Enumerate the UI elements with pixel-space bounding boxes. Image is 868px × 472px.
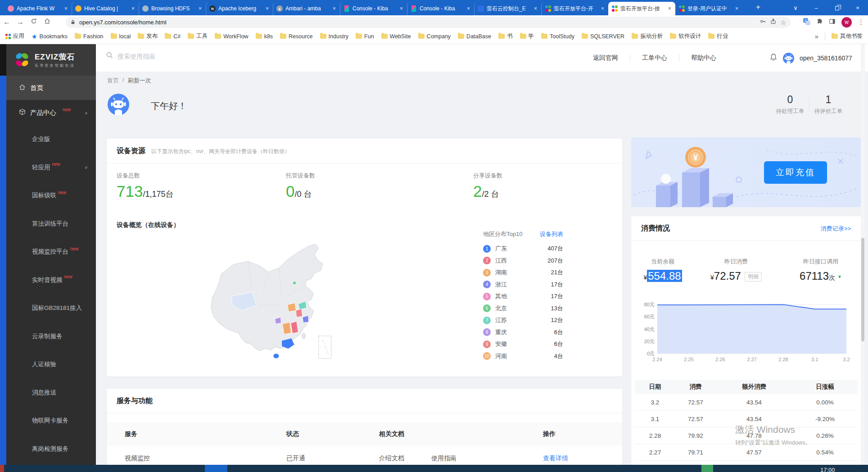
link-official-site[interactable]: 返回官网 (593, 54, 618, 62)
browser-tab[interactable]: NApache Iceberg× (206, 2, 273, 15)
bookmark-item[interactable]: 行业 (708, 32, 728, 40)
browser-tab[interactable]: ▲Ambari - amba× (273, 2, 340, 15)
apps-shortcut[interactable]: 应用 (5, 32, 24, 40)
bookmark-item[interactable]: DataBase (458, 32, 491, 40)
detail-chip[interactable]: 明细 (745, 272, 762, 281)
sidebar-item-人证核验[interactable]: 人证核验 (6, 350, 96, 379)
province-hainan[interactable] (273, 354, 279, 359)
bookmark-item[interactable]: SQLSERVER (582, 32, 624, 40)
bookmark-item[interactable]: Resource (280, 32, 313, 40)
back-icon[interactable]: ← (0, 18, 14, 26)
balance-value-selected[interactable]: 554.88 (647, 270, 682, 282)
scrollbar-thumb[interactable] (861, 238, 864, 341)
link-help-center[interactable]: 帮助中心 (691, 54, 716, 62)
bookmark-item[interactable]: 软件设计 (670, 32, 701, 40)
province-beijing[interactable] (293, 281, 296, 285)
browser-tab[interactable]: Browsing HDFS× (139, 2, 206, 15)
tab-close-icon[interactable]: × (399, 5, 404, 12)
sidebar-item-算法训练平台[interactable]: 算法训练平台 (6, 210, 96, 238)
new-tab-button[interactable]: + (753, 3, 764, 12)
tab-close-icon[interactable]: × (198, 5, 203, 12)
sidebar-item-离岗检测服务[interactable]: 离岗检测服务 (6, 435, 96, 463)
close-button[interactable]: × (847, 0, 868, 15)
bookmark-item[interactable]: 书 (498, 32, 513, 40)
bookmark-item[interactable]: 振动分析 (632, 32, 663, 40)
user-avatar[interactable] (783, 53, 794, 64)
tab-close-icon[interactable]: × (533, 5, 538, 12)
caret-down-icon[interactable]: ▼ (837, 274, 842, 279)
browser-menu-icon[interactable]: ⋮ (858, 18, 864, 26)
restore-button[interactable] (827, 0, 847, 15)
service-doc-link[interactable]: 使用指南 (431, 454, 457, 463)
province-taiwan[interactable] (302, 333, 305, 339)
sidebar-item-视频监控平台[interactable]: 视频监控平台new (6, 238, 96, 266)
page-scrollbar[interactable] (861, 44, 865, 465)
link-work-order-center[interactable]: 工单中心 (642, 54, 667, 62)
home-icon[interactable] (41, 18, 54, 27)
bookmark-item[interactable]: 工具 (188, 32, 208, 40)
bell-icon[interactable] (769, 53, 778, 63)
windows-taskbar[interactable]: 17:00 (0, 465, 868, 472)
sidebar-item-实时音视频[interactable]: 实时音视频new (6, 266, 96, 295)
browser-tab[interactable]: 萤石开放平台-接× (608, 2, 675, 15)
tab-close-icon[interactable]: × (63, 5, 68, 12)
to-review-work-orders[interactable]: 1 待评价工单 (809, 94, 847, 115)
tab-close-icon[interactable]: × (734, 5, 739, 12)
consumption-records-link[interactable]: 消费记录>> (821, 225, 851, 233)
tab-close-icon[interactable]: × (131, 5, 136, 12)
bookmark-item[interactable]: ToolStudy (541, 32, 574, 40)
browser-tab[interactable]: 登录-用户认证中× (675, 2, 742, 15)
tab-close-icon[interactable]: × (332, 5, 337, 12)
reload-icon[interactable] (27, 18, 41, 27)
bookmark-item[interactable]: WorkFlow (215, 32, 248, 40)
other-bookmarks[interactable]: 其他书签 (832, 32, 863, 40)
sidebar-item-物联网卡服务[interactable]: 物联网卡服务 (6, 407, 96, 435)
password-key-icon[interactable] (760, 18, 766, 27)
bookmark-item[interactable]: 发布 (138, 32, 158, 40)
bookmark-item[interactable]: 学 (520, 32, 534, 40)
bookmark-star-icon[interactable]: ☆ (780, 19, 786, 26)
bookmark-item[interactable]: C# (165, 32, 181, 40)
browser-tab[interactable]: Console - Kiba× (407, 2, 474, 15)
recharge-now-button[interactable]: 立即充值 (764, 161, 827, 184)
bookmark-item[interactable]: local (111, 32, 131, 40)
breadcrumb-home[interactable]: 首页 (107, 77, 119, 85)
tab-close-icon[interactable]: × (667, 5, 672, 12)
url-text[interactable]: open.ys7.com/console/home.html (79, 19, 756, 26)
profile-avatar[interactable]: w (841, 17, 852, 27)
address-bar[interactable]: open.ys7.com/console/home.html ☆ (66, 17, 791, 28)
ezviz-logo[interactable]: EZVIZ萤石 乐享安全智能生活 (6, 44, 96, 76)
sidebar-item-企业版[interactable]: 企业版 (6, 125, 96, 154)
tab-close-icon[interactable]: × (265, 5, 270, 12)
minimize-button[interactable]: – (806, 0, 827, 15)
tab-close-icon[interactable]: × (600, 5, 605, 12)
browser-tab[interactable]: 萤石开放平台-开× (541, 2, 608, 15)
sidebar-item-轻应用[interactable]: 轻应用new∨ (6, 154, 96, 182)
extensions-puzzle-icon[interactable] (816, 18, 823, 27)
tab-search-chevron-icon[interactable]: ∨ (785, 0, 806, 15)
taskbar-active-app[interactable] (205, 465, 227, 472)
sidebar-item-首页[interactable]: 首页 (6, 76, 96, 100)
sidebar-item-云录制服务[interactable]: 云录制服务 (6, 322, 96, 351)
bookmark-item[interactable]: Company (418, 32, 451, 40)
tab-close-icon[interactable]: × (466, 5, 471, 12)
bookmark-item[interactable]: Fun (356, 32, 374, 40)
search-box[interactable] (106, 51, 262, 61)
device-list-link[interactable]: 设备列表 (540, 230, 563, 238)
bookmark-item[interactable]: Industry (320, 32, 348, 40)
browser-tab[interactable]: Apache Flink W× (5, 2, 72, 15)
username[interactable]: open_3581616077 (800, 54, 852, 62)
bookmarks-overflow-chevron[interactable]: » (815, 32, 818, 40)
taskbar-tray-icon[interactable] (701, 465, 713, 472)
side-panel-icon[interactable] (829, 18, 836, 27)
bookmarks-root[interactable]: ★ Bookmarks (32, 33, 68, 40)
service-doc-link[interactable]: 介绍文档 (379, 454, 404, 463)
forward-icon[interactable]: → (14, 18, 27, 26)
sidebar-item-国标GB28181接入[interactable]: 国标GB28181接入 (6, 294, 96, 322)
sidebar-item-产品中心[interactable]: 产品中心new∧ (6, 100, 96, 125)
search-input[interactable] (118, 53, 262, 60)
view-details-link[interactable]: 查看详情 (543, 454, 622, 463)
browser-tab[interactable]: Console - Kiba× (340, 2, 407, 15)
bookmark-item[interactable]: WebSite (381, 32, 411, 40)
browser-tab[interactable]: Hive Catalog |× (72, 2, 139, 15)
